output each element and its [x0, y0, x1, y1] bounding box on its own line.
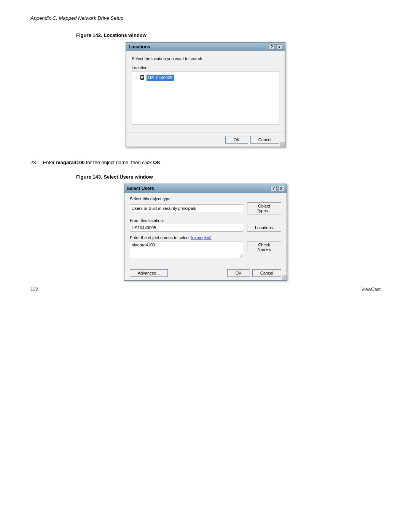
location-label: Location: — [132, 66, 279, 70]
step-text-after: for the object name, then click — [84, 160, 153, 165]
su-ok-button[interactable]: OK — [227, 269, 250, 277]
select-type-label: Select this object type: — [130, 197, 281, 201]
ok-button[interactable]: OK — [225, 136, 248, 144]
object-name-field — [130, 241, 243, 258]
step-23: 23. Enter niagara4100 for the object nam… — [30, 159, 381, 166]
figure-143-label: Figure 143. Select Users window — [76, 174, 381, 180]
locations-titlebar: Locations ? x — [126, 43, 285, 51]
su-resize-handle — [282, 275, 287, 280]
figure-143-container: Select Users ? x Select this object type… — [30, 184, 381, 281]
locations-button[interactable]: Locations... — [247, 224, 281, 232]
tree-item[interactable]: --- 🖥 HS10440005 — [134, 74, 277, 81]
select-users-controls: ? x — [271, 186, 284, 191]
enter-names-label: Enter the object names to select (exampl… — [130, 235, 281, 240]
step-period: . — [161, 160, 162, 165]
step-bold-ok: OK — [153, 160, 161, 165]
location-field — [130, 224, 243, 232]
locations-footer: OK Cancel — [126, 133, 285, 147]
select-users-body: Select this object type: Object Types...… — [124, 193, 287, 266]
appendix-header: Appendix C: Mapped Network Drive Setup — [30, 15, 381, 21]
resize-handle — [280, 142, 285, 147]
location-tree[interactable]: --- 🖥 HS10440005 — [132, 72, 279, 125]
tree-item-label[interactable]: HS10440005 — [147, 75, 174, 81]
select-users-dialog: Select Users ? x Select this object type… — [124, 184, 287, 281]
object-type-field — [130, 204, 243, 212]
search-location-label: Select the location you want to search: — [132, 56, 279, 61]
step-number: 23. — [30, 160, 37, 165]
object-type-row: Object Types... — [130, 202, 281, 214]
select-users-titlebar: Select Users ? x — [124, 184, 287, 193]
footer-brand: ViewCast — [362, 287, 381, 292]
select-users-title: Select Users — [127, 186, 154, 191]
locations-title: Locations — [129, 44, 150, 50]
object-name-row: Check Names — [130, 241, 281, 258]
page-footer: 132 ViewCast — [30, 287, 381, 292]
footer-page-number: 132 — [30, 287, 38, 292]
object-type-input[interactable] — [130, 204, 243, 212]
check-names-button[interactable]: Check Names — [247, 241, 281, 253]
check-names-btn-container: Check Names — [247, 241, 281, 253]
locations-btn-container: Locations... — [247, 224, 281, 232]
su-help-button[interactable]: ? — [271, 186, 277, 191]
object-types-button[interactable]: Object Types... — [247, 202, 281, 214]
help-button[interactable]: ? — [269, 44, 275, 50]
from-location-label: From this location: — [130, 218, 281, 223]
examples-link[interactable]: (examples) — [191, 235, 211, 240]
close-button[interactable]: x — [276, 44, 282, 50]
footer-right-buttons: OK Cancel — [227, 269, 281, 277]
page: Appendix C: Mapped Network Drive Setup F… — [0, 0, 411, 307]
cancel-button[interactable]: Cancel — [250, 136, 279, 144]
tree-dots: --- — [134, 75, 137, 80]
locations-body: Select the location you want to search: … — [126, 51, 285, 133]
object-types-btn-container: Object Types... — [247, 202, 281, 214]
step-text-before: Enter — [43, 160, 56, 165]
titlebar-controls: ? x — [269, 44, 282, 50]
figure-142-label: Figure 142. Locations window — [76, 32, 381, 38]
step-bold-name: niagara4100 — [56, 160, 84, 165]
object-name-input[interactable] — [130, 241, 243, 258]
advanced-button[interactable]: Advanced... — [130, 269, 168, 277]
locations-dialog: Locations ? x Select the location you wa… — [126, 42, 285, 147]
location-row: Locations... — [130, 224, 281, 232]
su-close-button[interactable]: x — [278, 186, 284, 191]
computer-icon: 🖥 — [139, 74, 145, 81]
su-cancel-button[interactable]: Cancel — [252, 269, 281, 277]
figure-142-container: Locations ? x Select the location you wa… — [30, 42, 381, 147]
select-users-footer: Advanced... OK Cancel — [124, 266, 287, 280]
location-input[interactable] — [130, 224, 243, 232]
